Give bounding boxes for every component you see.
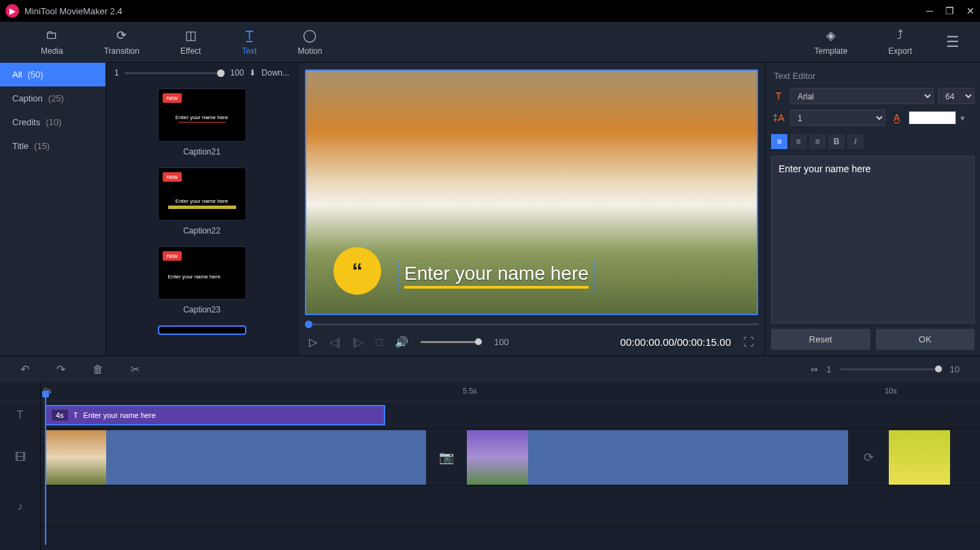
reset-button[interactable]: Reset (771, 329, 870, 350)
video-track-icon: 🎞 (0, 429, 40, 486)
folder-icon: 🗀 (46, 29, 58, 42)
timeline-zoom-slider[interactable] (840, 368, 942, 370)
redo-button[interactable]: ↷ (56, 363, 65, 376)
text-clip[interactable]: 4s T Enter your name here (45, 405, 385, 425)
category-credits[interactable]: Credits (10) (0, 110, 105, 134)
timeline-zoom-min: 1 (826, 364, 831, 374)
font-size-select[interactable]: 64 (938, 88, 975, 104)
thumb-caption21[interactable]: new Enter your name here Caption21 (106, 83, 297, 162)
maximize-button[interactable]: ❐ (945, 5, 954, 16)
fullscreen-button[interactable]: ⛶ (743, 336, 754, 349)
text-track-icon: T (0, 402, 40, 429)
main-toolbar: 🗀 Media ⟳ Transition ◫ Effect T̲ Text ◯ … (0, 22, 980, 63)
category-title[interactable]: Title (15) (0, 134, 105, 158)
timeline-zoom-max: 10 (950, 364, 960, 374)
thumb-caption23[interactable]: new Enter your name here Caption23 (106, 241, 297, 320)
effect-tab[interactable]: ◫ Effect (160, 29, 221, 56)
template-icon: ◈ (826, 29, 836, 42)
preview-panel: “ Enter your name here ▷ ◁| |▷ □ 🔊 100 0… (298, 63, 765, 355)
transition-slot-1[interactable]: 📷 (426, 430, 467, 485)
ok-button[interactable]: OK (876, 329, 975, 350)
media-tab[interactable]: 🗀 Media (20, 29, 84, 56)
category-all[interactable]: All (50) (0, 63, 105, 86)
export-icon: ⤴ (897, 29, 903, 42)
menu-icon[interactable]: ☰ (946, 33, 960, 51)
line-height-select[interactable]: 1 (790, 110, 885, 126)
align-center-button[interactable]: ≡ (790, 134, 806, 149)
volume-icon[interactable]: 🔊 (395, 336, 408, 349)
text-editor-panel: Text Editor T Arial 64 ‡A 1 A̲ ▾ ≡ ≡ ≡ B… (765, 63, 980, 355)
titlebar: ▶ MiniTool MovieMaker 2.4 ─ ❐ ✕ (0, 0, 980, 22)
thumb-caption22[interactable]: new Enter your name here Caption22 (106, 162, 297, 241)
transition-tab[interactable]: ⟳ Transition (84, 29, 160, 56)
cut-button[interactable]: ✂ (131, 363, 140, 376)
text-icon: T̲ (246, 29, 253, 42)
italic-button[interactable]: I (847, 134, 864, 149)
next-frame-button[interactable]: |▷ (353, 336, 363, 349)
export-button[interactable]: ⤴ Export (868, 29, 932, 56)
thumb-selected[interactable] (106, 320, 297, 340)
text-content-input[interactable]: Enter your name here (771, 156, 975, 323)
fit-icon[interactable]: ⇔ (811, 364, 818, 374)
play-button[interactable]: ▷ (309, 336, 317, 349)
thumb-zoom-slider[interactable] (125, 72, 225, 74)
timecode: 00:00:00.00/00:00:15.00 (620, 336, 731, 348)
color-dropdown[interactable]: ▾ (960, 113, 965, 123)
transition-icon: ⟳ (116, 29, 127, 42)
edit-toolbar: ↶ ↷ 🗑 ✂ ⇔ 1 10 (0, 355, 980, 383)
text-overlay[interactable]: Enter your name here (398, 259, 595, 292)
new-badge: new (163, 93, 182, 103)
bold-button[interactable]: B (828, 134, 845, 149)
minimize-button[interactable]: ─ (926, 5, 933, 16)
thumb-zoom-max: 100 (230, 68, 244, 78)
download-label[interactable]: Down... (261, 68, 289, 78)
text-clip-icon: T (74, 411, 78, 419)
color-icon: A̲ (889, 112, 904, 123)
delete-button[interactable]: 🗑 (93, 363, 103, 376)
audio-track-icon: ♪ (0, 486, 40, 527)
font-select[interactable]: Arial (790, 88, 934, 104)
prev-frame-button[interactable]: ◁| (329, 336, 340, 349)
text-tab[interactable]: T̲ Text (221, 29, 277, 56)
category-caption[interactable]: Caption (25) (0, 86, 105, 110)
template-tab[interactable]: ◈ Template (794, 29, 868, 56)
timeline-ruler[interactable]: 0s 5.5s 10s (41, 383, 980, 402)
color-swatch[interactable] (909, 111, 956, 125)
stop-button[interactable]: □ (376, 336, 382, 349)
thumbnail-panel: 1 100 ⬇ Down... new Enter your name here… (106, 63, 298, 355)
text-track[interactable]: 4s T Enter your name here (41, 402, 980, 429)
undo-button[interactable]: ↶ (20, 363, 29, 376)
align-left-button[interactable]: ≡ (771, 134, 787, 149)
video-track[interactable]: 📷 ⟳ (41, 429, 980, 486)
video-clip-2[interactable] (467, 430, 848, 485)
app-logo: ▶ (5, 4, 19, 18)
motion-icon: ◯ (303, 29, 316, 42)
close-button[interactable]: ✕ (966, 5, 975, 16)
timeline: T 🎞 ♪ 0s 5.5s 10s 4s T Enter your name h… (0, 383, 980, 550)
video-clip-1[interactable] (45, 430, 426, 485)
quote-icon: “ (333, 247, 381, 295)
scrub-bar[interactable] (305, 319, 758, 329)
audio-track[interactable] (41, 486, 980, 527)
font-icon: T (771, 91, 786, 101)
video-clip-3[interactable] (889, 430, 950, 485)
new-badge: new (163, 172, 182, 182)
motion-tab[interactable]: ◯ Motion (277, 29, 342, 56)
download-icon[interactable]: ⬇ (249, 68, 256, 78)
thumb-zoom-min: 1 (114, 68, 119, 78)
line-height-icon: ‡A (771, 112, 786, 123)
app-title: MiniTool MovieMaker 2.4 (24, 6, 122, 16)
preview-viewport[interactable]: “ Enter your name here (305, 69, 758, 315)
panel-title: Text Editor (771, 68, 975, 88)
volume-slider[interactable] (421, 341, 482, 343)
playhead[interactable] (45, 395, 46, 545)
align-right-button[interactable]: ≡ (809, 134, 826, 149)
volume-value: 100 (494, 337, 509, 347)
category-sidebar: All (50) Caption (25) Credits (10) Title… (0, 63, 106, 355)
new-badge: new (163, 251, 182, 261)
transition-slot-2[interactable]: ⟳ (848, 430, 889, 485)
effect-icon: ◫ (185, 29, 197, 42)
